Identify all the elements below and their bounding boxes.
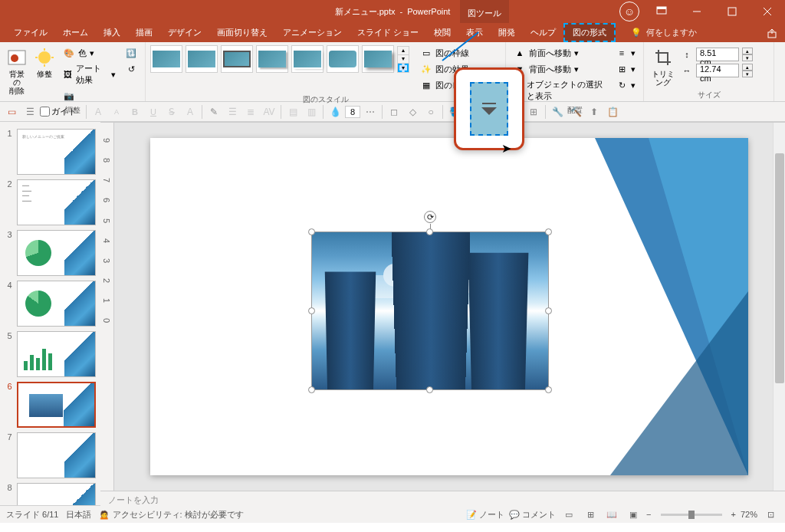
slideshow-view-button[interactable]: ▣ xyxy=(625,507,642,521)
resize-handle-r[interactable] xyxy=(545,307,552,314)
color-button[interactable]: 🎨色 ▾ xyxy=(60,45,119,61)
reading-view-button[interactable]: 📖 xyxy=(603,507,620,521)
tab-home[interactable]: ホーム xyxy=(55,25,96,41)
tab-slideshow[interactable]: スライド ショー xyxy=(350,25,426,41)
rotate-button[interactable]: ↻▾ xyxy=(613,77,639,93)
selected-picture[interactable]: ⟳ xyxy=(311,232,549,390)
svg-rect-1 xyxy=(657,7,666,9)
tab-insert[interactable]: 挿入 xyxy=(96,25,128,41)
bring-forward-button[interactable]: ▲前面へ移動 ▾ xyxy=(511,45,609,61)
resize-handle-l[interactable] xyxy=(308,307,315,314)
style-item-5[interactable] xyxy=(291,45,324,73)
gallery-up-button[interactable]: ▴ xyxy=(398,47,409,55)
width-down[interactable]: ▾ xyxy=(742,71,753,77)
notes-toggle[interactable]: 📝 ノート xyxy=(466,509,504,521)
compress-button[interactable]: 📷 xyxy=(60,88,119,103)
accessibility-status[interactable]: 🙍 アクセシビリティ: 検討が必要です xyxy=(99,509,243,521)
width-up[interactable]: ▴ xyxy=(742,64,753,71)
resize-handle-b[interactable] xyxy=(426,386,433,393)
slide-viewport[interactable]: ⟳ xyxy=(114,123,785,491)
remove-background-button[interactable]: 背景の 削除 xyxy=(5,45,29,97)
tab-picture-format[interactable]: 図の形式 xyxy=(563,23,616,42)
width-field[interactable]: ↔ 12.74 cm ▴▾ xyxy=(681,63,753,78)
zoom-level[interactable]: 72% xyxy=(741,510,757,519)
group-styles-label: 図のスタイル xyxy=(150,93,501,107)
tab-view[interactable]: 表示 xyxy=(458,25,491,41)
style-item-1[interactable] xyxy=(150,45,182,73)
tab-file[interactable]: ファイル xyxy=(6,25,55,41)
tab-animations[interactable]: アニメーション xyxy=(275,25,350,41)
tab-help[interactable]: ヘルプ xyxy=(523,25,563,41)
align-icon: ≡ xyxy=(616,47,628,59)
slide-thumbnails-panel[interactable]: 1新しいメニューのご提案 2━━━━━━━━━━━━━━ 3 4 5 6 7 8 xyxy=(0,122,100,505)
style-item-7[interactable] xyxy=(362,45,394,73)
slide-counter[interactable]: スライド 6/11 xyxy=(6,509,58,521)
comments-toggle[interactable]: 💬 コメント xyxy=(509,509,556,521)
artistic-effects-button[interactable]: 🖼アート効果 ▾ xyxy=(60,61,119,87)
resize-handle-bl[interactable] xyxy=(308,386,315,393)
tell-me[interactable]: 💡何をしますか xyxy=(631,27,697,38)
language-indicator[interactable]: 日本語 xyxy=(66,509,91,521)
style-item-3[interactable] xyxy=(221,45,253,73)
share-button[interactable] xyxy=(767,28,777,38)
zoom-out-button[interactable]: − xyxy=(646,510,651,519)
style-item-4[interactable] xyxy=(256,45,288,73)
maximize-button[interactable] xyxy=(714,0,750,23)
style-item-6[interactable] xyxy=(327,45,359,73)
tab-design[interactable]: デザイン xyxy=(160,25,209,41)
thumb-6[interactable]: 6 xyxy=(0,379,100,430)
thumb-3[interactable]: 3 xyxy=(0,228,100,278)
artistic-icon: 🖼 xyxy=(63,68,72,80)
corrections-button[interactable]: 修整 xyxy=(32,45,57,80)
thumb-5[interactable]: 5 xyxy=(0,329,100,379)
thumb-4[interactable]: 4 xyxy=(0,278,100,329)
gallery-more-button[interactable]: ▾ xyxy=(398,64,409,72)
rotate-handle[interactable]: ⟳ xyxy=(424,211,436,223)
height-field[interactable]: ↕ 8.51 cm ▴▾ xyxy=(681,47,753,62)
thumb-2[interactable]: 2━━━━━━━━━━━━━━ xyxy=(0,177,100,228)
account-icon[interactable]: ☺ xyxy=(619,2,639,21)
effects-icon: ✨ xyxy=(420,63,432,75)
crop-button[interactable]: トリミング xyxy=(649,45,678,88)
change-picture-button[interactable]: 🔃 xyxy=(122,45,140,61)
thumb-8[interactable]: 8 xyxy=(0,481,100,505)
notes-pane[interactable]: ノートを入力 xyxy=(100,491,785,509)
tab-draw[interactable]: 描画 xyxy=(128,25,160,41)
group-button[interactable]: ⊞▾ xyxy=(613,61,639,77)
slide-canvas[interactable]: ⟳ xyxy=(150,138,748,475)
send-backward-button[interactable]: ▼背面へ移動 ▾ xyxy=(511,61,609,77)
ribbon-options-button[interactable] xyxy=(644,0,679,23)
reset-picture-button[interactable]: ↺ xyxy=(122,61,140,77)
fit-window-button[interactable]: ⊡ xyxy=(762,507,779,521)
zoom-slider-thumb[interactable] xyxy=(688,511,695,519)
zoom-in-button[interactable]: + xyxy=(731,510,736,519)
vertical-ruler[interactable]: 9876543210 xyxy=(100,123,114,491)
group-size-label: サイズ xyxy=(649,88,769,102)
scroll-thumb[interactable] xyxy=(775,153,784,383)
normal-view-button[interactable]: ▭ xyxy=(560,507,577,521)
remove-bg-icon xyxy=(6,47,28,68)
reset-icon: ↺ xyxy=(125,63,137,75)
thumb-1[interactable]: 1新しいメニューのご提案 xyxy=(0,126,100,177)
style-item-2[interactable] xyxy=(186,45,218,73)
layout-icon: ▦ xyxy=(420,79,432,91)
pie-chart-icon xyxy=(25,291,51,317)
selection-pane-button[interactable]: ☰オブジェクトの選択と表示 xyxy=(511,77,609,103)
zoom-slider[interactable] xyxy=(661,514,722,516)
height-down[interactable]: ▾ xyxy=(742,54,753,61)
close-button[interactable] xyxy=(750,0,785,23)
callout-more-button xyxy=(470,82,508,136)
minimize-button[interactable] xyxy=(679,0,714,23)
qat-num[interactable]: 8 xyxy=(345,106,360,118)
align-button[interactable]: ≡▾ xyxy=(613,45,639,61)
tab-developer[interactable]: 開発 xyxy=(491,25,523,41)
vertical-scrollbar[interactable] xyxy=(773,123,785,491)
sorter-view-button[interactable]: ⊞ xyxy=(582,507,599,521)
tab-review[interactable]: 校閲 xyxy=(426,25,458,41)
thumb-7[interactable]: 7 xyxy=(0,430,100,481)
tab-transitions[interactable]: 画面切り替え xyxy=(209,25,275,41)
canvas-area: 16 15 14 13 12 11 10 9 8 7 6 5 4 3 2 1 0… xyxy=(100,122,785,505)
gallery-down-button[interactable]: ▾ xyxy=(398,55,409,64)
height-up[interactable]: ▴ xyxy=(742,48,753,54)
height-icon: ↕ xyxy=(681,48,693,61)
